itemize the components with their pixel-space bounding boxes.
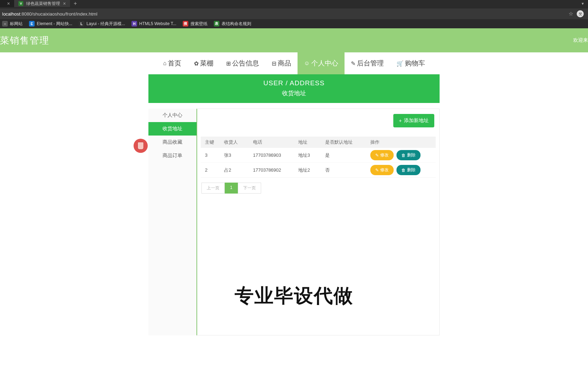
cart-icon: 🛒 [396, 60, 404, 67]
sidebar-item-address[interactable]: 收货地址 [148, 122, 196, 136]
col-name: 收货人 [224, 139, 253, 145]
nav-home[interactable]: ⌂首页 [157, 52, 188, 74]
nav-notice[interactable]: ⊞公告信息 [220, 52, 265, 74]
tab-favicon: V [18, 1, 23, 6]
browser-chrome: × V 绿色蔬菜销售管理 × + ▾ localhost:8080/shucai… [0, 0, 588, 28]
page-1[interactable]: 1 [225, 183, 238, 194]
bookmark-item[interactable]: HHTML5 Website T... [131, 21, 176, 27]
nav-goods[interactable]: ⊟商品 [265, 52, 298, 74]
col-ops: 操作 [370, 139, 436, 145]
bookmark-item[interactable]: ○标网站 [2, 21, 23, 27]
col-id: 主键 [201, 139, 224, 145]
table-header: 主键 收货人 电话 地址 是否默认地址 操作 [201, 137, 436, 148]
bookmark-icon: L [79, 21, 84, 27]
chevron-down-icon[interactable]: ▾ [577, 1, 588, 6]
watermark-text: 专业毕设代做 [235, 283, 353, 309]
close-icon[interactable]: × [63, 1, 66, 6]
banner-title-en: USER / ADDRESS [148, 79, 440, 87]
col-phone: 电话 [253, 139, 298, 145]
bookmark-item[interactable]: 搜搜索壁纸 [183, 21, 207, 27]
bookmark-icon: H [131, 21, 137, 27]
address-bar[interactable]: localhost:8080/shucaixiaoshou/front/inde… [0, 8, 588, 19]
page-banner: USER / ADDRESS 收货地址 [148, 74, 440, 103]
browser-tab-0[interactable]: × [0, 0, 14, 7]
profile-avatar-icon[interactable]: 웃 [577, 10, 584, 17]
bookmarks-bar: ○标网站 EElement - 网站快... LLayui - 经典开源模...… [0, 19, 588, 28]
bookmark-icon: 搜 [183, 21, 188, 27]
new-tab-button[interactable]: + [70, 0, 80, 7]
table-row: 3 张3 17703786903 地址3 是 ✎修改 🗑删除 [201, 148, 436, 163]
bookmark-icon: ○ [2, 21, 8, 27]
bookmark-item[interactable]: 表表结构命名规则 [214, 21, 251, 27]
plus-icon: + [399, 118, 402, 123]
col-default: 是否默认地址 [325, 139, 370, 145]
nav-user-center[interactable]: ☺个人中心 [298, 52, 344, 74]
sidebar-item-profile[interactable]: 个人中心 [148, 109, 196, 122]
nav-admin[interactable]: ✎后台管理 [345, 52, 390, 74]
sidebar: 个人中心 收货地址 商品收藏 商品订单 [148, 109, 196, 335]
close-icon[interactable]: × [7, 1, 10, 6]
delete-button[interactable]: 🗑删除 [396, 150, 421, 160]
address-table: 主键 收货人 电话 地址 是否默认地址 操作 3 张3 17703786903 … [201, 137, 436, 178]
bookmark-icon: 表 [214, 21, 219, 27]
bookmark-item[interactable]: LLayui - 经典开源模... [79, 21, 125, 27]
notice-icon: ⊞ [226, 60, 231, 67]
cursor-indicator [134, 139, 148, 153]
shed-icon: ✿ [194, 60, 199, 67]
col-addr: 地址 [298, 139, 325, 145]
edit-button[interactable]: ✎修改 [370, 150, 394, 160]
bookmark-star-icon[interactable]: ☆ [569, 11, 573, 17]
browser-tab-1[interactable]: V 绿色蔬菜销售管理 × [14, 0, 70, 7]
pencil-icon: ✎ [375, 168, 379, 173]
banner-title-cn: 收货地址 [148, 89, 440, 97]
browser-tabs: × V 绿色蔬菜销售管理 × + ▾ [0, 0, 588, 7]
bookmark-icon: E [29, 21, 35, 27]
pencil-icon: ✎ [375, 153, 379, 158]
home-icon: ⌂ [163, 60, 166, 67]
pagination: 上一页 1 下一页 [201, 183, 436, 194]
sidebar-item-favorites[interactable]: 商品收藏 [148, 136, 196, 149]
edit-button[interactable]: ✎修改 [370, 165, 394, 175]
page-prev[interactable]: 上一页 [201, 183, 225, 194]
table-row: 2 占2 17703786902 地址2 否 ✎修改 🗑删除 [201, 163, 436, 178]
page-next[interactable]: 下一页 [238, 183, 261, 194]
bookmark-item[interactable]: EElement - 网站快... [29, 21, 72, 27]
nav-shed[interactable]: ✿菜棚 [188, 52, 220, 74]
main-nav: ⌂首页 ✿菜棚 ⊞公告信息 ⊟商品 ☺个人中心 ✎后台管理 🛒购物车 [0, 52, 588, 74]
goods-icon: ⊟ [272, 60, 276, 67]
welcome-text: 欢迎来 [573, 37, 588, 44]
trash-icon: 🗑 [401, 168, 406, 173]
user-icon: ☺ [304, 60, 310, 67]
sidebar-item-orders[interactable]: 商品订单 [148, 149, 196, 162]
nav-cart[interactable]: 🛒购物车 [390, 52, 431, 74]
tab-title: 绿色蔬菜销售管理 [26, 1, 60, 7]
url-text: localhost:8080/shucaixiaoshou/front/inde… [2, 11, 98, 17]
site-title: 菜销售管理 [0, 34, 49, 47]
trash-icon: 🗑 [401, 153, 406, 158]
admin-icon: ✎ [351, 60, 355, 67]
delete-button[interactable]: 🗑删除 [396, 165, 421, 175]
site-header: 菜销售管理 欢迎来 [0, 28, 588, 52]
add-address-button[interactable]: + 添加新地址 [393, 114, 434, 127]
